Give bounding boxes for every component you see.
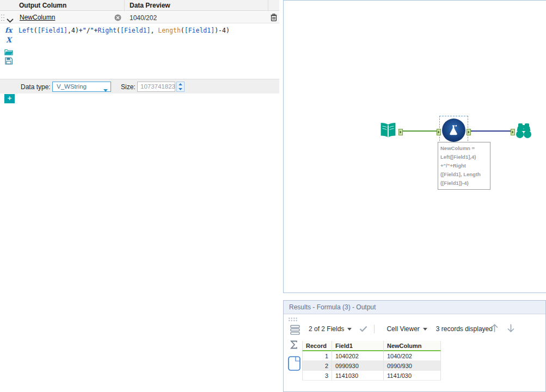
table-header-row: Record Field1 NewColumn bbox=[302, 341, 441, 351]
formula-expression[interactable]: Left([Field1],4)+"/"+Right([Field1], Len… bbox=[19, 27, 230, 34]
data-preview-value: 1040/202 bbox=[130, 14, 157, 22]
annotation-line: NewColumn = bbox=[440, 144, 488, 153]
record-number[interactable]: 1 bbox=[302, 351, 332, 361]
output-column-row[interactable]: NewColumn 1040/202 bbox=[0, 11, 279, 23]
cell-viewer-dropdown[interactable]: Cell Viewer bbox=[387, 325, 419, 333]
formula-tool[interactable] bbox=[442, 119, 465, 142]
table-cell[interactable]: 1141/030 bbox=[384, 371, 441, 381]
data-type-label: Data type: bbox=[21, 83, 51, 91]
data-type-value: V_WString bbox=[57, 83, 87, 90]
toolbar-separator bbox=[374, 325, 375, 333]
annotation-line: Left([Field1],4) bbox=[440, 153, 488, 161]
config-grid-header: Output Column Data Preview bbox=[0, 0, 279, 11]
workflow-canvas[interactable]: NewColumn = Left([Field1],4) +"/"+Right … bbox=[283, 0, 546, 293]
flask-icon bbox=[446, 123, 461, 137]
variables-icon[interactable]: X bbox=[6, 36, 11, 44]
results-panel: Results - Formula (3) - Output 2 of 2 Fi… bbox=[283, 300, 546, 392]
column-header[interactable]: Field1 bbox=[332, 341, 384, 351]
results-title: Results - Formula (3) - Output bbox=[284, 301, 545, 314]
results-table: Record Field1 NewColumn 1 1040202 1040/2… bbox=[302, 341, 441, 381]
formula-config-panel: Output Column Data Preview NewColumn 104… bbox=[0, 0, 279, 392]
data-preview-header: Data Preview bbox=[130, 2, 170, 9]
alteryx-designer: Output Column Data Preview NewColumn 104… bbox=[0, 0, 546, 392]
row-drag-handle[interactable] bbox=[1, 14, 5, 22]
results-toolbar: 2 of 2 Fields Cell Viewer 3 records disp… bbox=[303, 321, 493, 337]
chevron-down-icon bbox=[103, 85, 108, 95]
add-column-button[interactable]: + bbox=[4, 94, 15, 103]
annotation-line: ([Field1], Length bbox=[440, 170, 488, 179]
spinner-down-icon[interactable] bbox=[177, 87, 184, 92]
table-cell[interactable]: 0990/930 bbox=[384, 361, 441, 371]
tool-annotation[interactable]: NewColumn = Left([Field1],4) +"/"+Right … bbox=[438, 142, 490, 190]
metadata-view-icon[interactable] bbox=[290, 340, 298, 352]
fields-filter-dropdown[interactable]: 2 of 2 Fields bbox=[309, 325, 344, 333]
save-expression-icon[interactable] bbox=[5, 57, 13, 67]
check-icon[interactable] bbox=[359, 326, 367, 332]
table-tools-icon[interactable] bbox=[290, 325, 300, 338]
browse-tool[interactable] bbox=[514, 121, 533, 141]
size-input[interactable]: 1073741823 bbox=[137, 82, 175, 92]
results-drag-handle[interactable] bbox=[288, 317, 298, 322]
down-arrow-icon[interactable] bbox=[507, 323, 515, 335]
connection-input-to-formula[interactable] bbox=[403, 130, 437, 132]
output-anchor[interactable] bbox=[467, 128, 471, 134]
clear-icon[interactable] bbox=[114, 14, 121, 21]
annotation-line: +"/"+Right bbox=[440, 161, 488, 170]
book-icon bbox=[378, 121, 398, 140]
column-header[interactable]: NewColumn bbox=[384, 341, 441, 351]
table-cell[interactable]: 1040202 bbox=[332, 351, 384, 361]
output-column-name-input[interactable]: NewColumn bbox=[20, 14, 55, 21]
table-cell[interactable]: 1040/202 bbox=[384, 351, 441, 361]
results-splitter[interactable] bbox=[283, 293, 546, 300]
annotation-line: ([Field1])-4) bbox=[440, 179, 488, 188]
output-column-header: Output Column bbox=[19, 2, 66, 9]
chevron-down-icon[interactable] bbox=[423, 328, 427, 331]
trash-icon[interactable] bbox=[271, 14, 277, 23]
table-row: 3 1141030 1141/030 bbox=[302, 371, 441, 381]
table-row: 2 0990930 0990/930 bbox=[302, 361, 441, 371]
record-number[interactable]: 2 bbox=[302, 361, 332, 371]
data-view-icon[interactable] bbox=[288, 356, 300, 373]
chevron-down-icon[interactable] bbox=[347, 328, 352, 331]
open-expression-icon[interactable] bbox=[4, 48, 13, 58]
size-label: Size: bbox=[121, 83, 136, 91]
connection-formula-to-browse[interactable] bbox=[471, 130, 511, 132]
table-cell[interactable]: 1141030 bbox=[332, 371, 384, 381]
records-count: 3 records displayed bbox=[436, 325, 493, 333]
up-arrow-icon[interactable] bbox=[490, 323, 499, 335]
output-anchor[interactable] bbox=[398, 128, 403, 134]
spinner-up-icon[interactable] bbox=[177, 82, 184, 87]
column-header[interactable]: Record bbox=[302, 341, 332, 351]
table-cell[interactable]: 0990930 bbox=[332, 361, 384, 371]
record-number[interactable]: 3 bbox=[302, 371, 332, 381]
input-anchor[interactable] bbox=[437, 128, 441, 134]
input-data-tool[interactable] bbox=[378, 121, 398, 141]
data-type-select[interactable]: V_WString bbox=[52, 82, 111, 92]
size-stepper bbox=[176, 82, 185, 92]
functions-icon[interactable]: fx bbox=[5, 26, 12, 34]
panel-splitter[interactable] bbox=[279, 0, 283, 392]
table-row: 1 1040202 1040/202 bbox=[302, 351, 441, 361]
size-value: 1073741823 bbox=[140, 83, 175, 90]
datatype-bar: Data type: V_WString Size: 1073741823 bbox=[0, 79, 279, 94]
binoculars-icon bbox=[514, 121, 533, 140]
